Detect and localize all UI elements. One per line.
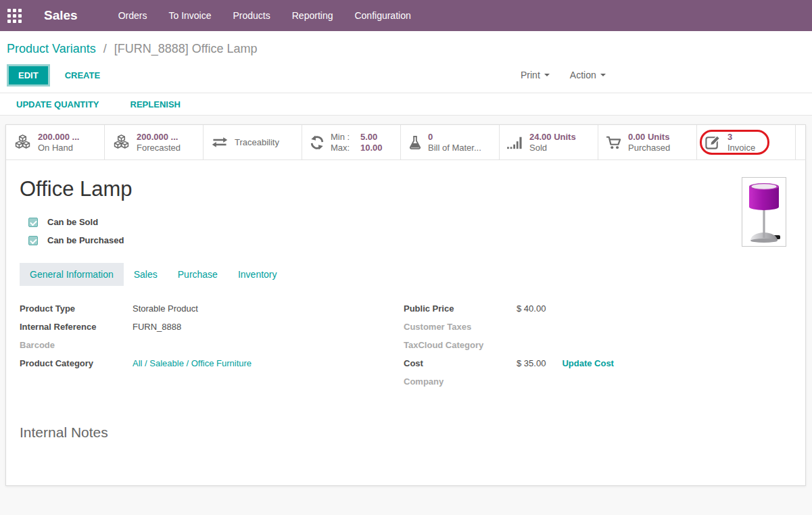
field-product-category: Product Category All / Saleable / Office… bbox=[20, 358, 404, 376]
field-customer-taxes: Customer Taxes bbox=[404, 322, 792, 340]
update-quantity-button[interactable]: UPDATE QUANTITY bbox=[12, 99, 103, 110]
main-menu: Orders To Invoice Products Reporting Con… bbox=[108, 1, 422, 30]
stat-label: On Hand bbox=[38, 143, 79, 153]
edit-button[interactable]: EDIT bbox=[7, 64, 50, 87]
breadcrumb-separator: / bbox=[103, 42, 107, 55]
can-be-purchased-label: Can be Purchased bbox=[47, 235, 124, 245]
stat-label: Bill of Mater... bbox=[428, 143, 481, 153]
print-dropdown-label: Print bbox=[521, 70, 540, 80]
menu-item-to-invoice[interactable]: To Invoice bbox=[158, 1, 222, 30]
shopping-cart-icon bbox=[606, 135, 622, 150]
product-image[interactable] bbox=[742, 177, 786, 247]
field-label: Barcode bbox=[20, 340, 133, 350]
top-navbar: Sales Orders To Invoice Products Reporti… bbox=[0, 0, 812, 31]
stat-label: Invoice bbox=[727, 143, 755, 153]
stat-text: 0 Bill of Mater... bbox=[428, 132, 481, 153]
min-value: 5.00 bbox=[360, 132, 377, 143]
caret-down-icon bbox=[544, 74, 550, 79]
action-dropdowns: Print Action bbox=[521, 57, 606, 93]
tab-sales[interactable]: Sales bbox=[124, 263, 168, 286]
field-column-left: Product Type Storable Product Internal R… bbox=[20, 303, 404, 395]
form-background: 200.000 ... On Hand bbox=[0, 116, 812, 513]
action-dropdown[interactable]: Action bbox=[570, 70, 606, 80]
product-flags: Can be Sold Can be Purchased bbox=[28, 213, 792, 249]
field-column-right: Public Price $ 40.00 Customer Taxes TaxC… bbox=[404, 303, 792, 395]
field-cost: Cost $ 35.00 Update Cost bbox=[404, 358, 792, 376]
max-value: 10.00 bbox=[360, 143, 383, 153]
field-public-price: Public Price $ 40.00 bbox=[404, 303, 792, 322]
stat-button-forecasted[interactable]: 200.000 ... Forecasted bbox=[105, 125, 204, 160]
stat-text: 24.00 Units Sold bbox=[529, 132, 576, 153]
cubes-icon bbox=[112, 134, 130, 151]
stat-button-sold[interactable]: 24.00 Units Sold bbox=[500, 125, 598, 160]
field-label: Cost bbox=[404, 358, 517, 368]
field-label: Product Type bbox=[20, 303, 133, 314]
field-label: Company bbox=[404, 376, 517, 387]
statbar-filler bbox=[796, 125, 805, 160]
product-title: Office Lamp bbox=[20, 176, 792, 202]
stat-label: Sold bbox=[529, 143, 576, 153]
field-label: Public Price bbox=[404, 303, 517, 314]
replenish-button[interactable]: REPLENISH bbox=[126, 99, 185, 110]
field-label: Customer Taxes bbox=[404, 322, 517, 332]
stat-value: 200.000 ... bbox=[38, 132, 79, 143]
action-dropdown-label: Action bbox=[570, 70, 596, 80]
menu-item-products[interactable]: Products bbox=[222, 1, 281, 30]
stat-button-invoice[interactable]: 3 Invoice bbox=[697, 125, 796, 160]
field-label: Product Category bbox=[20, 358, 133, 368]
breadcrumb: Product Variants / [FURN_8888] Office La… bbox=[0, 31, 812, 57]
stat-value: 0 bbox=[428, 132, 481, 143]
app-name[interactable]: Sales bbox=[44, 8, 78, 23]
tab-general-information[interactable]: General Information bbox=[20, 263, 124, 286]
stat-text: 0.00 Units Purchased bbox=[628, 132, 670, 153]
stat-value: 200.000 ... bbox=[137, 132, 181, 143]
stat-button-reordering-rules[interactable]: Min : 5.00 Max: 10.00 bbox=[302, 125, 401, 160]
menu-item-orders[interactable]: Orders bbox=[108, 1, 158, 30]
cubes-icon bbox=[14, 134, 32, 151]
stat-button-bill-of-materials[interactable]: 0 Bill of Mater... bbox=[401, 125, 500, 160]
can-be-purchased-checkbox[interactable] bbox=[28, 236, 38, 245]
form-action-bar: UPDATE QUANTITY REPLENISH bbox=[0, 93, 812, 115]
tab-purchase[interactable]: Purchase bbox=[168, 263, 228, 286]
stat-value: 3 bbox=[727, 132, 755, 143]
menu-item-reporting[interactable]: Reporting bbox=[281, 1, 344, 30]
field-label: Internal Reference bbox=[20, 322, 133, 332]
field-label: TaxCloud Category bbox=[404, 340, 517, 350]
min-label: Min : bbox=[331, 132, 356, 143]
field-taxcloud-category: TaxCloud Category bbox=[404, 340, 792, 358]
stat-text: 200.000 ... On Hand bbox=[38, 132, 79, 153]
field-value: $ 40.00 bbox=[517, 303, 546, 314]
print-dropdown[interactable]: Print bbox=[521, 70, 550, 80]
apps-grid-icon[interactable] bbox=[7, 9, 22, 23]
field-value: Storable Product bbox=[133, 303, 198, 314]
stat-value: 24.00 Units bbox=[529, 132, 576, 143]
caret-down-icon bbox=[600, 74, 606, 79]
stat-value: 0.00 Units bbox=[628, 132, 670, 143]
stat-max-row: Max: 10.00 bbox=[331, 143, 383, 153]
notebook-tabs: General Information Sales Purchase Inven… bbox=[20, 263, 792, 286]
stat-button-box: 200.000 ... On Hand bbox=[6, 125, 805, 160]
stat-text: Traceability bbox=[235, 137, 279, 148]
stat-min-row: Min : 5.00 bbox=[331, 132, 383, 143]
menu-item-configuration[interactable]: Configuration bbox=[343, 1, 421, 30]
product-category-link[interactable]: All / Saleable / Office Furniture bbox=[133, 358, 252, 368]
product-form-sheet: 200.000 ... On Hand bbox=[5, 124, 806, 486]
stat-label: Purchased bbox=[628, 143, 670, 153]
control-panel-buttons: EDIT CREATE Print Action bbox=[0, 57, 812, 93]
field-value: FURN_8888 bbox=[133, 322, 181, 332]
update-cost-button[interactable]: Update Cost bbox=[562, 358, 614, 368]
can-be-sold-checkbox[interactable] bbox=[28, 218, 38, 227]
stat-text: Min : 5.00 Max: 10.00 bbox=[331, 132, 383, 153]
bar-chart-icon bbox=[507, 135, 523, 150]
create-button[interactable]: CREATE bbox=[61, 70, 104, 81]
edit-invoice-icon bbox=[704, 134, 721, 151]
stat-button-traceability[interactable]: Traceability bbox=[204, 125, 302, 160]
breadcrumb-parent-link[interactable]: Product Variants bbox=[7, 42, 96, 55]
stat-label: Forecasted bbox=[137, 143, 181, 153]
tab-inventory[interactable]: Inventory bbox=[228, 263, 287, 286]
stat-button-on-hand[interactable]: 200.000 ... On Hand bbox=[6, 125, 105, 160]
internal-notes-heading: Internal Notes bbox=[20, 424, 792, 441]
control-panel: Product Variants / [FURN_8888] Office La… bbox=[0, 31, 812, 116]
can-be-sold-label: Can be Sold bbox=[47, 217, 98, 227]
stat-button-purchased[interactable]: 0.00 Units Purchased bbox=[598, 125, 697, 160]
